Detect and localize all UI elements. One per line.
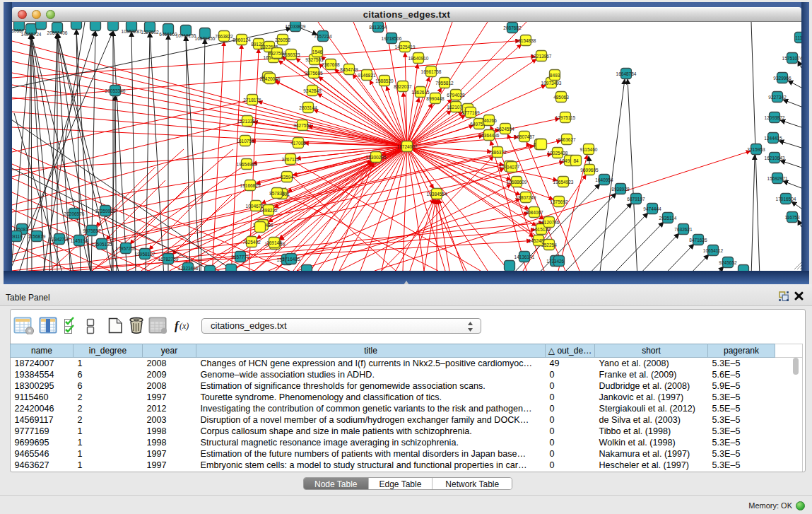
svg-text:12093872: 12093872 [765, 115, 785, 120]
svg-text:9327503: 9327503 [305, 57, 324, 62]
svg-text:17975115: 17975115 [555, 115, 576, 120]
svg-text:9084067: 9084067 [525, 210, 543, 215]
svg-text:116753: 116753 [784, 215, 800, 220]
svg-text:3215953: 3215953 [747, 147, 765, 152]
svg-text:3267110: 3267110 [282, 157, 300, 162]
svg-text:17359928: 17359928 [95, 209, 116, 214]
svg-text:9115460: 9115460 [580, 147, 598, 152]
svg-text:1588520: 1588520 [375, 78, 394, 83]
svg-text:2803144: 2803144 [299, 105, 317, 110]
svg-text:16648784: 16648784 [616, 71, 637, 76]
svg-text:19654985: 19654985 [237, 162, 257, 167]
svg-text:9242848: 9242848 [303, 88, 322, 93]
svg-text:1145194: 1145194 [71, 238, 88, 243]
svg-text:417006: 417006 [290, 141, 306, 146]
svg-text:18640910: 18640910 [408, 56, 429, 61]
svg-text:1112: 1112 [795, 35, 801, 40]
svg-text:1527602: 1527602 [141, 30, 159, 35]
svg-text:7663822: 7663822 [215, 34, 233, 39]
svg-text:10973493: 10973493 [541, 81, 562, 86]
svg-text:12213967: 12213967 [531, 54, 552, 59]
svg-text:7632621: 7632621 [674, 227, 693, 232]
svg-text:3426: 3426 [554, 259, 565, 264]
svg-text:3427552: 3427552 [293, 123, 312, 128]
svg-text:9329966: 9329966 [773, 76, 792, 81]
svg-text:18807249: 18807249 [516, 195, 536, 200]
svg-text:18724007: 18724007 [397, 144, 418, 149]
svg-text:16671355: 16671355 [195, 36, 216, 41]
svg-text:7557224: 7557224 [314, 34, 332, 39]
svg-text:14055724: 14055724 [21, 32, 42, 37]
svg-text:10025438: 10025438 [548, 151, 568, 156]
svg-text:3716485: 3716485 [282, 257, 300, 262]
svg-text:7955812: 7955812 [435, 81, 454, 86]
svg-text:2087682: 2087682 [503, 25, 522, 30]
svg-text:7386372: 7386372 [488, 150, 507, 155]
svg-text:19654923: 19654923 [553, 180, 574, 185]
svg-text:3875685: 3875685 [305, 71, 323, 76]
svg-text:20206576: 20206576 [64, 211, 85, 216]
svg-text:1610755: 1610755 [236, 139, 254, 144]
svg-text:252254: 252254 [541, 243, 557, 247]
svg-text:14325419: 14325419 [395, 45, 416, 49]
svg-text:16120746: 16120746 [539, 220, 560, 225]
svg-text:169144: 169144 [266, 240, 282, 245]
svg-text:12323448: 12323448 [178, 266, 199, 271]
svg-text:485063: 485063 [553, 95, 569, 100]
svg-text:1546: 1546 [312, 49, 323, 54]
svg-text:84: 84 [573, 158, 579, 163]
svg-text:19958107: 19958107 [135, 252, 155, 257]
svg-text:8186323: 8186323 [282, 52, 300, 57]
svg-text:8938928: 8938928 [611, 187, 630, 192]
svg-text:9474444: 9474444 [643, 206, 661, 211]
svg-text:8960124: 8960124 [233, 37, 251, 42]
svg-text:22420046: 22420046 [260, 76, 281, 81]
svg-text:19166825: 19166825 [240, 183, 261, 188]
svg-text:16033809: 16033809 [286, 24, 306, 29]
svg-text:19218506: 19218506 [382, 36, 402, 41]
svg-text:1498222: 1498222 [259, 208, 278, 213]
svg-text:9699695: 9699695 [580, 168, 599, 173]
svg-text:8813054: 8813054 [369, 25, 387, 30]
svg-text:20364436: 20364436 [479, 133, 500, 138]
svg-text:8454749: 8454749 [340, 67, 358, 72]
svg-text:17016504: 17016504 [776, 197, 796, 201]
svg-text:(x): (x) [180, 321, 189, 331]
svg-text:6879197: 6879197 [627, 197, 645, 201]
svg-text:9657771: 9657771 [231, 255, 249, 259]
svg-text:16154838: 16154838 [516, 38, 536, 43]
svg-text:2367608: 2367608 [322, 62, 340, 67]
svg-text:16961758: 16961758 [421, 69, 442, 74]
svg-text:14136141: 14136141 [514, 255, 535, 259]
svg-text:9777169: 9777169 [461, 110, 480, 115]
svg-text:1362615: 1362615 [411, 90, 430, 95]
svg-text:10688609: 10688609 [507, 180, 527, 185]
svg-text:9463627: 9463627 [558, 137, 576, 142]
svg-text:16782759: 16782759 [158, 257, 179, 262]
svg-text:20053346: 20053346 [105, 88, 126, 93]
svg-text:15751074: 15751074 [782, 56, 801, 61]
svg-text:10654112: 10654112 [703, 248, 724, 253]
svg-text:1244415: 1244415 [764, 136, 782, 141]
svg-text:6794028: 6794028 [447, 93, 465, 98]
svg-text:18300295: 18300295 [366, 155, 387, 160]
svg-text:3624554: 3624554 [496, 127, 514, 132]
svg-text:16210643: 16210643 [765, 156, 785, 160]
svg-text:8493: 8493 [550, 73, 560, 78]
svg-text:8471626: 8471626 [689, 238, 707, 243]
svg-text:10653287: 10653287 [122, 29, 142, 34]
svg-text:12342737: 12342737 [49, 237, 70, 242]
svg-text:6466160: 6466160 [159, 32, 177, 37]
svg-text:20691406: 20691406 [47, 30, 68, 35]
svg-text:12213383: 12213383 [237, 119, 258, 124]
svg-text:8990448: 8990448 [426, 96, 445, 101]
svg-text:0407: 0407 [507, 165, 517, 170]
svg-text:12505135: 12505135 [92, 242, 112, 247]
svg-text:10807487: 10807487 [514, 134, 535, 139]
svg-text:746266: 746266 [481, 118, 497, 123]
svg-text:9245652: 9245652 [719, 260, 737, 265]
svg-text:1156819: 1156819 [28, 234, 46, 239]
svg-text:17957255: 17957255 [116, 246, 136, 251]
svg-text:8322037: 8322037 [394, 84, 412, 89]
svg-text:53594: 53594 [281, 175, 293, 180]
